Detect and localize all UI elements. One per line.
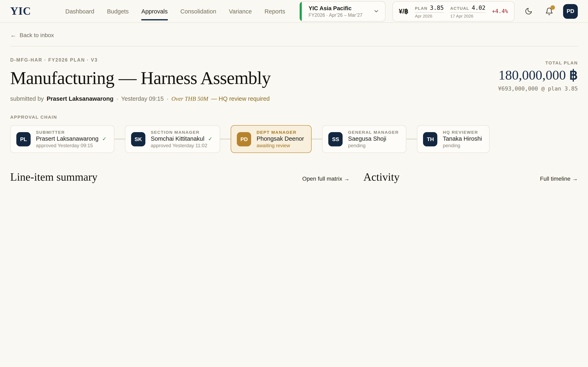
full-timeline-link[interactable]: Full timeline → — [540, 175, 578, 182]
total-plan-jpy: ¥693,000,000 @ plan 3.85 — [498, 85, 578, 92]
avatar: TH — [423, 132, 438, 146]
dark-mode-toggle[interactable] — [521, 4, 535, 18]
submission-meta: submitted by Prasert Laksanawarong · Yes… — [10, 95, 271, 102]
entity-active-bar — [300, 1, 302, 21]
step-status: approved Yesterday 09:15 — [36, 143, 107, 149]
step-name: Prasert Laksanawarong✓ — [36, 135, 107, 142]
approval-chain-label: APPROVAL CHAIN — [10, 115, 578, 119]
step-role: GENERAL MANAGER — [348, 130, 399, 134]
fx-rate-widget[interactable]: ¥/฿ PLAN 3.85 Apr 2026 ACTUAL 4.02 17 A — [392, 1, 515, 21]
fx-plan-label: PLAN — [415, 6, 428, 10]
activity-header: Activity Full timeline → — [363, 171, 578, 184]
avatar: PL — [16, 132, 31, 146]
fx-actual-label: ACTUAL — [450, 6, 469, 10]
document-header: D-MFG-HAR · FY2026 PLAN · V3 Manufacturi… — [10, 47, 578, 102]
app: YIC Dashboard Budgets Approvals Consolid… — [0, 0, 588, 184]
chain-step-section-manager[interactable]: SK SECTION MANAGER Somchai Kittitanakul✓… — [125, 125, 220, 153]
step-status: pending — [348, 143, 399, 149]
step-text: SUBMITTER Prasert Laksanawarong✓ approve… — [36, 130, 107, 149]
line-item-section: Line-item summary Open full matrix → COD… — [10, 171, 350, 184]
document-title-block: D-MFG-HAR · FY2026 PLAN · V3 Manufacturi… — [10, 58, 271, 102]
step-status: pending — [443, 143, 482, 149]
fx-actual-date: 17 Apr 2026 — [450, 13, 485, 18]
content-columns: Line-item summary Open full matrix → COD… — [10, 171, 578, 184]
fx-plan-value: 3.85 — [430, 4, 444, 11]
fx-plan-date: Apr 2026 — [415, 13, 444, 18]
chain-step-submitter[interactable]: PL SUBMITTER Prasert Laksanawarong✓ appr… — [10, 125, 114, 153]
back-to-inbox-link[interactable]: Back to inbox — [20, 32, 54, 38]
arrow-left-icon: ← — [10, 31, 16, 38]
step-role: SUBMITTER — [36, 130, 107, 134]
entity-selector[interactable]: YIC Asia Pacific FY2026 · Apr’26 – Mar’2… — [299, 1, 385, 21]
threshold-flag: Over THB 50M — [172, 95, 208, 102]
chain-connector — [406, 139, 417, 140]
avatar: SK — [131, 132, 145, 146]
step-status: approved Yesterday 11:02 — [151, 143, 213, 149]
baht-symbol: ฿ — [569, 67, 578, 82]
step-name: Saegusa Shoji — [348, 135, 399, 142]
total-plan-block: TOTAL PLAN 180,000,000 ฿ ¥693,000,000 @ … — [498, 58, 578, 92]
moon-icon — [525, 7, 532, 15]
nav-item-reports[interactable]: Reports — [264, 0, 285, 23]
step-name: Tanaka Hiroshi — [443, 135, 482, 142]
approval-chain: APPROVAL CHAIN PL SUBMITTER Prasert Laks… — [10, 115, 578, 153]
chain-step-hq-reviewer[interactable]: TH HQ REVIEWER Tanaka Hiroshi pending — [417, 125, 490, 153]
avatar: SS — [329, 132, 343, 146]
fx-actual-value: 4.02 — [472, 4, 485, 11]
step-name: Somchai Kittitanakul✓ — [151, 135, 213, 142]
submitted-by-label: submitted by — [10, 95, 44, 102]
chain-connector — [114, 139, 125, 140]
fx-delta: +4.4% — [492, 8, 508, 14]
submitted-time: Yesterday 09:15 — [121, 95, 164, 102]
line-item-title: Line-item summary — [10, 171, 97, 184]
step-text: HQ REVIEWER Tanaka Hiroshi pending — [443, 130, 482, 149]
total-plan-value: 180,000,000 ฿ — [498, 67, 578, 83]
user-avatar[interactable]: PD — [563, 4, 578, 18]
step-role: HQ REVIEWER — [443, 130, 482, 134]
activity-title: Activity — [363, 171, 399, 184]
page-title: Manufacturing — Harness Assembly — [10, 68, 271, 89]
hq-review-note: — HQ review required — [211, 95, 270, 102]
entity-name: YIC Asia Pacific — [309, 4, 362, 12]
check-icon: ✓ — [208, 136, 213, 142]
chain-step-dept-manager[interactable]: PD DEPT MANAGER Phongsak Deenor awaiting… — [231, 125, 312, 153]
chain-step-general-manager[interactable]: SS GENERAL MANAGER Saegusa Shoji pending — [322, 125, 406, 153]
nav-item-consolidation[interactable]: Consolidation — [180, 0, 216, 23]
step-role: DEPT MANAGER — [257, 130, 304, 134]
chain-connector — [312, 139, 322, 140]
header-right: YIC Asia Pacific FY2026 · Apr’26 – Mar’2… — [299, 1, 578, 21]
breadcrumb: D-MFG-HAR · FY2026 PLAN · V3 — [10, 58, 271, 62]
approval-chain-row: PL SUBMITTER Prasert Laksanawarong✓ appr… — [10, 125, 578, 153]
back-row: ← Back to inbox — [10, 23, 578, 46]
open-full-matrix-link[interactable]: Open full matrix → — [302, 175, 350, 182]
entity-text: YIC Asia Pacific FY2026 · Apr’26 – Mar’2… — [309, 4, 362, 18]
fx-plan-rule — [415, 12, 444, 12]
fx-actual-rule — [450, 12, 485, 12]
fx-plan: PLAN 3.85 Apr 2026 — [415, 4, 444, 18]
step-text: DEPT MANAGER Phongsak Deenor awaiting re… — [257, 130, 304, 149]
main-nav: Dashboard Budgets Approvals Consolidatio… — [65, 0, 285, 23]
nav-item-dashboard[interactable]: Dashboard — [65, 0, 94, 23]
activity-section: Activity Full timeline → 16 Apr 11:02 SK… — [363, 171, 578, 184]
chevron-down-icon — [373, 8, 379, 14]
chain-connector — [220, 139, 231, 140]
line-item-header: Line-item summary Open full matrix → — [10, 171, 350, 184]
fx-actual: ACTUAL 4.02 17 Apr 2026 — [450, 4, 485, 18]
entity-period: FY2026 · Apr’26 – Mar’27 — [309, 12, 362, 18]
logo: YIC — [10, 5, 31, 17]
step-text: GENERAL MANAGER Saegusa Shoji pending — [348, 130, 399, 149]
nav-item-budgets[interactable]: Budgets — [107, 0, 129, 23]
top-bar: YIC Dashboard Budgets Approvals Consolid… — [0, 0, 588, 23]
step-role: SECTION MANAGER — [151, 130, 213, 134]
submitter-name: Prasert Laksanawarong — [47, 95, 113, 102]
meta-separator: · — [167, 95, 169, 102]
total-plan-label: TOTAL PLAN — [498, 60, 578, 65]
notifications-button[interactable] — [542, 4, 556, 18]
nav-item-approvals[interactable]: Approvals — [141, 0, 168, 23]
avatar: PD — [237, 132, 251, 146]
arrow-right-icon: → — [344, 175, 350, 182]
nav-item-variance[interactable]: Variance — [229, 0, 252, 23]
meta-separator: · — [116, 95, 118, 102]
step-status: awaiting review — [257, 143, 304, 149]
step-text: SECTION MANAGER Somchai Kittitanakul✓ ap… — [151, 130, 213, 149]
